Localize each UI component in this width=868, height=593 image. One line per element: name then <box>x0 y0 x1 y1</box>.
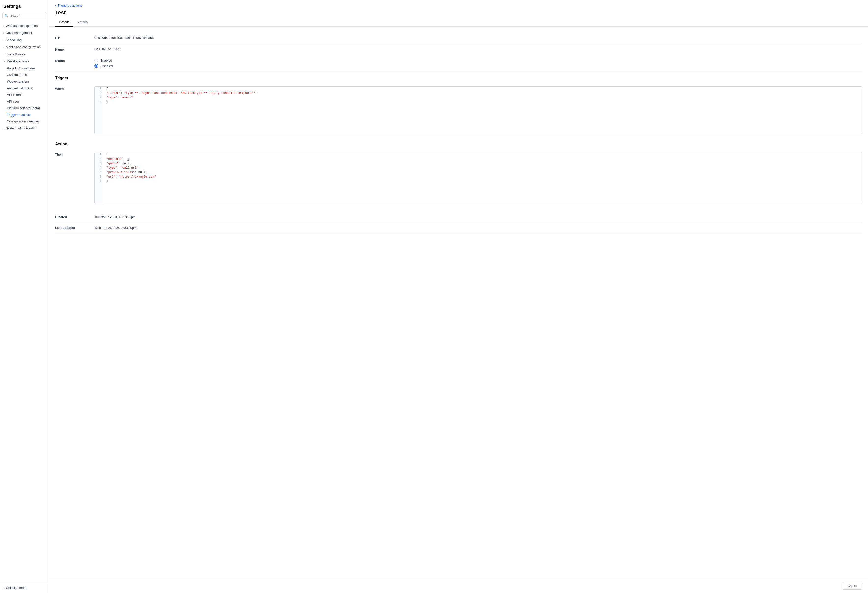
trigger-code-block[interactable]: 1 { 2 "filter": "type == 'async_task_com… <box>94 86 862 134</box>
sub-item-label: Platform settings (beta) <box>7 106 40 110</box>
sidebar-item-page-url-overrides[interactable]: Page URL overrides <box>0 65 49 71</box>
breadcrumb-chevron: ‹ <box>55 3 56 7</box>
code-line-1: 1 { <box>94 152 862 157</box>
action-code-editor: 1 { 2 "headers": {}, 3 "query": null, 4 … <box>94 152 862 203</box>
chevron-right-icon: › <box>3 53 4 56</box>
status-disabled-label: Disabled <box>100 64 113 68</box>
line-number: 6 <box>94 174 103 179</box>
code-line-1: 1 { <box>94 87 862 91</box>
status-row: Status Enabled Disabled <box>55 55 862 71</box>
sidebar-item-mobile-app-config[interactable]: › Mobile app configuration <box>0 43 49 51</box>
page-footer: Cancel <box>49 578 868 593</box>
sidebar-item-triggered-actions[interactable]: Triggered actions <box>0 111 49 118</box>
radio-enabled[interactable] <box>94 59 98 62</box>
line-number: 1 <box>94 87 103 91</box>
last-updated-label: Last updated <box>55 226 94 230</box>
line-number: 2 <box>94 91 103 95</box>
code-content: "query": null, <box>103 161 862 166</box>
code-line-7: 7 } <box>94 179 862 183</box>
empty-code-area <box>103 183 862 203</box>
line-number: 5 <box>94 170 103 174</box>
search-icon: 🔍 <box>4 14 8 18</box>
sidebar-item-label: Web app configuration <box>6 24 38 28</box>
name-row: Name Call URL on Event <box>55 44 862 55</box>
sub-item-label: API user <box>7 99 19 103</box>
sub-item-label: Custom forms <box>7 73 27 77</box>
collapse-icon: ‹ <box>3 586 4 590</box>
status-options: Enabled Disabled <box>94 59 862 68</box>
tab-activity[interactable]: Activity <box>74 18 92 27</box>
sidebar-item-api-user[interactable]: API user <box>0 98 49 105</box>
code-content: "url": "https://example.com" <box>103 174 862 179</box>
chevron-right-icon: › <box>3 38 4 41</box>
radio-disabled[interactable] <box>94 64 98 68</box>
code-line-2: 2 "headers": {}, <box>94 157 862 161</box>
code-line-2: 2 "filter": "type == 'async_task_complet… <box>94 91 862 95</box>
content-body: UID 018f99d5-c19c-400c-ba6a-129c7ec4ea56… <box>49 27 868 578</box>
empty-gutter <box>94 104 103 134</box>
sidebar-item-data-management[interactable]: › Data management <box>0 29 49 36</box>
sidebar-item-users-roles[interactable]: › Users & roles <box>0 51 49 58</box>
name-label: Name <box>55 47 94 52</box>
sidebar-item-label: System administration <box>6 126 37 130</box>
sidebar-item-configuration-variables[interactable]: Configuration variables <box>0 118 49 125</box>
code-content: { <box>103 152 862 157</box>
sidebar-item-system-administration[interactable]: › System administration <box>0 125 49 132</box>
sidebar-item-web-extensions[interactable]: Web extensions <box>0 78 49 85</box>
sidebar-item-api-tokens[interactable]: API tokens <box>0 92 49 98</box>
code-content: "filter": "type == 'async_task_completed… <box>103 91 862 95</box>
sub-item-label: Configuration variables <box>7 120 40 123</box>
status-disabled-option[interactable]: Disabled <box>94 64 862 68</box>
created-row: Created Tue Nov 7 2023, 12:19:50pm <box>55 212 862 222</box>
cancel-button[interactable]: Cancel <box>843 582 862 590</box>
collapse-menu-button[interactable]: ‹ Collapse menu <box>3 586 46 590</box>
sidebar-item-platform-settings-beta[interactable]: Platform settings (beta) <box>0 105 49 111</box>
sidebar-item-developer-tools[interactable]: ∨ Developer tools <box>0 58 49 65</box>
action-code-block[interactable]: 1 { 2 "headers": {}, 3 "query": null, 4 … <box>94 152 862 203</box>
last-updated-value: Wed Feb 26 2025, 3:33:29pm <box>94 226 137 230</box>
sidebar-item-scheduling[interactable]: › Scheduling <box>0 36 49 43</box>
sidebar-item-label: Developer tools <box>7 59 29 63</box>
status-enabled-label: Enabled <box>100 59 112 62</box>
last-updated-row: Last updated Wed Feb 26 2025, 3:33:29pm <box>55 222 862 233</box>
tab-details[interactable]: Details <box>55 18 74 27</box>
chevron-right-icon: › <box>3 24 4 27</box>
nav-section-main: › Web app configuration › Data managemen… <box>0 22 49 132</box>
app-title: Settings <box>0 0 49 12</box>
line-number: 4 <box>94 100 103 104</box>
search-box[interactable]: 🔍 <box>3 12 46 19</box>
line-number: 2 <box>94 157 103 161</box>
when-row: When 1 { 2 "filter": "type == 'async_tas… <box>55 83 862 138</box>
sidebar-item-authentication-info[interactable]: Authentication info <box>0 85 49 92</box>
chevron-right-icon: › <box>3 31 4 34</box>
code-content: "type": "call_url", <box>103 166 862 170</box>
code-line-4: 4 } <box>94 100 862 104</box>
breadcrumb[interactable]: ‹ Triggered actions <box>49 0 868 7</box>
line-number: 1 <box>94 152 103 157</box>
main-content: ‹ Triggered actions Test Details Activit… <box>49 0 868 593</box>
collapse-label: Collapse menu <box>6 586 27 590</box>
search-input[interactable] <box>3 12 46 19</box>
uid-row: UID 018f99d5-c19c-400c-ba6a-129c7ec4ea56 <box>55 33 862 44</box>
created-label: Created <box>55 215 94 219</box>
sidebar-item-web-app-config[interactable]: › Web app configuration <box>0 22 49 29</box>
code-content: } <box>103 179 862 183</box>
sidebar-item-label: Data management <box>6 31 32 35</box>
empty-code-area <box>103 104 862 134</box>
name-value: Call URL on Event <box>94 47 862 51</box>
code-line-4: 4 "type": "call_url", <box>94 166 862 170</box>
code-content: "type": "event" <box>103 95 862 100</box>
line-number: 3 <box>94 95 103 100</box>
then-label: Then <box>55 152 94 156</box>
status-label: Status <box>55 59 94 63</box>
sidebar-item-custom-forms[interactable]: Custom forms <box>0 71 49 78</box>
line-number: 4 <box>94 166 103 170</box>
line-number: 3 <box>94 161 103 166</box>
action-heading: Action <box>55 138 862 149</box>
code-line-3: 3 "type": "event" <box>94 95 862 100</box>
when-label: When <box>55 86 94 90</box>
status-enabled-option[interactable]: Enabled <box>94 59 862 62</box>
code-content: "headers": {}, <box>103 157 862 161</box>
chevron-down-icon: ∨ <box>3 60 5 63</box>
chevron-right-icon: › <box>3 46 4 49</box>
